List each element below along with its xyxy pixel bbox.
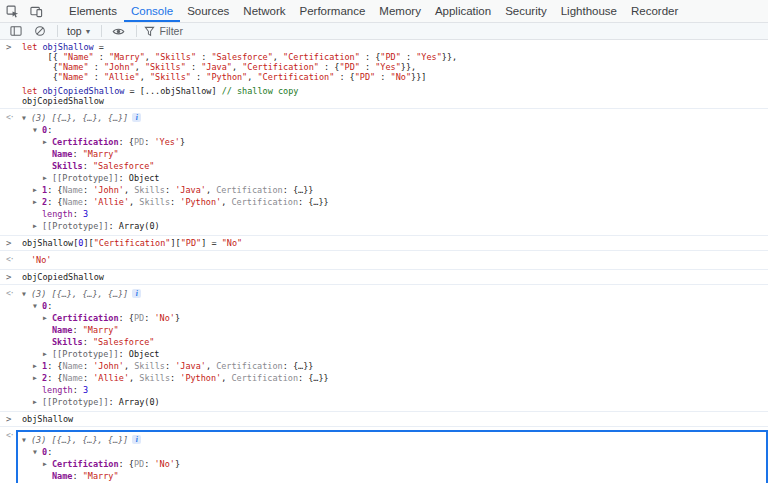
console-sidebar-icon[interactable]	[4, 25, 28, 37]
object-tree-row[interactable]: ▼0:	[22, 124, 768, 136]
object-tree-row: Name: "Marry"	[22, 324, 768, 336]
object-tree-row[interactable]: ▼(3) [{…}, {…}, {…}]i	[22, 288, 768, 300]
console-input-line: objCopiedShallow	[22, 96, 768, 106]
disclosure-triangle-icon[interactable]: ▶	[33, 372, 42, 384]
token-pn: :	[83, 337, 93, 347]
token-pn: ,	[124, 361, 134, 371]
token-pkey: Name	[62, 361, 82, 371]
object-tree-row[interactable]: ▶[[Prototype]]: Array(0)	[22, 220, 768, 232]
object-tree-row: 'No'	[22, 254, 768, 266]
object-tree-row: Skills: "Salesforce"	[22, 160, 768, 172]
tab-performance[interactable]: Performance	[293, 0, 373, 22]
disclosure-triangle-icon[interactable]: ▶	[43, 136, 52, 148]
object-tree-row[interactable]: ▶1: {Name: 'John', Skills: 'Java', Certi…	[22, 360, 768, 372]
disclosure-triangle-icon[interactable]: ▶	[33, 220, 42, 232]
tab-recorder[interactable]: Recorder	[624, 0, 685, 22]
disclosure-triangle-icon[interactable]: ▶	[43, 172, 52, 184]
object-tree-row[interactable]: ▶[[Prototype]]: Object	[22, 172, 768, 184]
token-pkey: PD	[134, 313, 144, 323]
token-str: "Yes"	[416, 52, 442, 62]
token-id: objShallow	[22, 238, 73, 248]
device-toolbar-icon[interactable]	[24, 0, 48, 22]
token-pn: : {…}}	[283, 185, 314, 195]
inspect-element-icon[interactable]	[0, 0, 24, 22]
token-key: Name	[52, 149, 72, 159]
chevron-down-icon: ▼	[85, 28, 92, 35]
token-pn: : {	[119, 137, 134, 147]
token-pkey: Name	[62, 197, 82, 207]
disclosure-triangle-icon[interactable]: ▶	[43, 458, 52, 470]
object-tree-row[interactable]: ▼0:	[22, 446, 766, 458]
disclosure-triangle-icon[interactable]: ▼	[33, 124, 42, 136]
disclosure-triangle-icon[interactable]: ▼	[22, 434, 31, 446]
token-hdr: (3) [{…}, {…}, {…}]	[31, 113, 128, 123]
disclosure-triangle-icon[interactable]: ▼	[33, 446, 42, 458]
object-tree-row[interactable]: ▶1: {Name: 'John', Skills: 'Java', Certi…	[22, 184, 768, 196]
filter-input[interactable]: Filter	[142, 25, 183, 37]
token-pn: :	[401, 52, 416, 62]
token-pn: :	[165, 185, 175, 195]
token-len: length	[42, 209, 73, 219]
token-pn: :	[72, 149, 82, 159]
token-str: "Name"	[58, 62, 89, 72]
disclosure-triangle-icon[interactable]: ▶	[43, 312, 52, 324]
token-hdr: (3) [{…}, {…}, {…}]	[31, 289, 128, 299]
token-pn: ][	[83, 238, 93, 248]
disclosure-triangle-icon[interactable]: ▼	[22, 112, 31, 124]
object-tree-row[interactable]: ▶Certification: {PD: 'No'}	[22, 312, 768, 324]
token-pn: : {	[360, 52, 380, 62]
input-prompt-icon: >	[0, 272, 22, 282]
token-pn: :	[73, 209, 83, 219]
token-str: "PD"	[339, 62, 359, 72]
disclosure-triangle-icon[interactable]: ▼	[33, 300, 42, 312]
token-str2: "Marry"	[83, 471, 119, 481]
token-pn: :	[83, 161, 93, 171]
token-pn: : {…}}	[298, 197, 329, 207]
object-tree-row[interactable]: ▶Certification: {PD: 'No'}	[22, 458, 766, 470]
disclosure-triangle-icon[interactable]: ▶	[43, 348, 52, 360]
disclosure-triangle-icon[interactable]: ▶	[33, 184, 42, 196]
token-pn: ,	[221, 373, 231, 383]
console-entry-result: <·▼(3) [{…}, {…}, {…}]i▼0:▶Certification…	[0, 109, 768, 236]
object-tree-row[interactable]: ▼(3) [{…}, {…}, {…}]i	[22, 434, 766, 446]
token-pkey: Certification	[216, 361, 283, 371]
tab-security[interactable]: Security	[498, 0, 554, 22]
object-tree-row[interactable]: ▼(3) [{…}, {…}, {…}]i	[22, 112, 768, 124]
token-pn: }},	[442, 52, 457, 62]
tab-sources[interactable]: Sources	[180, 0, 236, 22]
javascript-context-dropdown[interactable]: top ▼	[63, 25, 96, 37]
tab-console[interactable]: Console	[124, 0, 180, 22]
object-tree-row[interactable]: ▼0:	[22, 300, 768, 312]
disclosure-triangle-icon[interactable]: ▼	[22, 288, 31, 300]
token-str: "Name"	[63, 52, 94, 62]
object-tree-row: length: 3	[22, 208, 768, 220]
token-str: "PD"	[380, 52, 400, 62]
disclosure-triangle-icon[interactable]: ▶	[33, 196, 42, 208]
tab-network[interactable]: Network	[236, 0, 292, 22]
token-pn: :	[89, 72, 104, 82]
token-str: "PD"	[181, 238, 201, 248]
token-pn: :	[83, 373, 93, 383]
object-tree-row[interactable]: ▶Certification: {PD: 'Yes'}	[22, 136, 768, 148]
tab-elements[interactable]: Elements	[62, 0, 124, 22]
object-tree-row[interactable]: ▶[[Prototype]]: Array(0)	[22, 396, 768, 408]
console-entry-input: >objShallow	[0, 412, 768, 427]
disclosure-triangle-icon[interactable]: ▶	[33, 396, 42, 408]
console-entry-input: >let objShallow = [{ "Name" : "Marry", "…	[0, 40, 768, 109]
object-tree-row[interactable]: ▶2: {Name: 'Allie', Skills: 'Python', Ce…	[22, 196, 768, 208]
token-pn: :	[109, 221, 119, 231]
token-str2: 'Python'	[180, 197, 221, 207]
token-len: length	[42, 385, 73, 395]
token-pn: [{	[22, 52, 63, 62]
tab-application[interactable]: Application	[428, 0, 498, 22]
panel-tab-bar: ElementsConsoleSourcesNetworkPerformance…	[0, 0, 768, 23]
clear-console-icon[interactable]	[28, 25, 52, 37]
tab-lighthouse[interactable]: Lighthouse	[554, 0, 624, 22]
object-tree-row[interactable]: ▶2: {Name: 'Allie', Skills: 'Python', Ce…	[22, 372, 768, 384]
token-pn: ,	[145, 52, 155, 62]
tab-memory[interactable]: Memory	[372, 0, 428, 22]
object-tree-row[interactable]: ▶[[Prototype]]: Object	[22, 348, 768, 360]
disclosure-triangle-icon[interactable]: ▶	[33, 360, 42, 372]
toolbar-divider	[57, 25, 58, 37]
live-expression-eye-icon[interactable]	[107, 25, 131, 38]
